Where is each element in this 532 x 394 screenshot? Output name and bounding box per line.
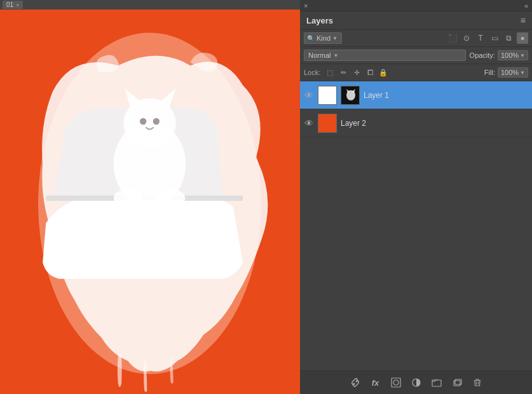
panels-area: × « Layers ≡ 🔍 Kind ▼ ⬛ ⊙ T ▭ ⧉ ●: [300, 0, 532, 394]
opacity-control: Opacity: 100% ▼: [470, 50, 528, 60]
canvas-tab-bar: 01 ×: [0, 0, 300, 10]
layer-item[interactable]: 👁 Layer 1: [300, 81, 532, 109]
fill-control: Fill: 100% ▼: [484, 67, 528, 78]
type-filter-icon[interactable]: T: [475, 32, 486, 44]
lock-position-icon[interactable]: ✛: [351, 67, 362, 78]
panel-top-bar: × «: [300, 0, 532, 11]
canvas-tab-close[interactable]: ×: [16, 2, 19, 8]
adjustment-filter-icon[interactable]: ⊙: [461, 32, 472, 44]
panel-close-icon[interactable]: ×: [304, 2, 308, 10]
svg-point-8: [114, 189, 142, 207]
layer-2-name: Layer 2: [341, 119, 528, 128]
new-layer-icon[interactable]: [449, 375, 465, 390]
layer-1-thumb-content: [318, 86, 336, 104]
canvas-tab-label: 01: [6, 1, 13, 8]
panel-collapse-icon[interactable]: «: [524, 2, 528, 10]
fx-label: fx: [372, 378, 379, 388]
add-mask-icon[interactable]: [388, 375, 404, 390]
layers-filter-bar: 🔍 Kind ▼ ⬛ ⊙ T ▭ ⧉ ●: [300, 30, 532, 47]
opacity-value[interactable]: 100% ▼: [498, 50, 528, 60]
search-icon: 🔍: [307, 35, 315, 42]
layers-menu-icon[interactable]: ≡: [521, 15, 526, 25]
layer-1-name: Layer 1: [364, 91, 528, 100]
smart-filter-icon[interactable]: ⧉: [503, 32, 514, 44]
layer-2-thumbnail: [318, 114, 337, 133]
layers-bottom-bar: fx: [300, 370, 532, 394]
svg-rect-14: [392, 378, 400, 387]
layer-1-visibility-icon[interactable]: 👁: [304, 90, 314, 100]
layers-header: Layers ≡: [300, 11, 532, 30]
fill-label: Fill:: [484, 69, 495, 76]
svg-point-6: [140, 118, 146, 125]
canvas-area: 01 ×: [0, 0, 300, 394]
layer-2-visibility-icon[interactable]: 👁: [304, 118, 314, 128]
effect-filter-icon[interactable]: ●: [517, 32, 528, 44]
layers-list: 👁 Layer 1: [300, 81, 532, 370]
layer-item[interactable]: 👁 Layer 2: [300, 109, 532, 137]
delete-layer-icon[interactable]: [470, 375, 485, 390]
layers-panel-title: Layers: [306, 16, 333, 25]
panel-top-icons: «: [524, 2, 528, 10]
lock-artboard-icon[interactable]: ⧠: [364, 67, 376, 78]
filter-kind-label: Kind: [317, 34, 331, 42]
layer-1-mask-content: [341, 86, 359, 104]
pixel-filter-icon[interactable]: ⬛: [447, 32, 458, 44]
opacity-number: 100%: [501, 51, 519, 59]
artwork-container: [0, 10, 300, 394]
blend-mode-dropdown[interactable]: Normal ▼: [304, 50, 466, 61]
new-adjustment-icon[interactable]: [409, 375, 424, 390]
lock-all-icon[interactable]: 🔒: [378, 67, 389, 78]
lock-label: Lock:: [304, 69, 320, 76]
layer-1-mask-thumbnail: [341, 86, 360, 105]
link-layers-icon[interactable]: [348, 375, 363, 390]
filter-icons: ⬛ ⊙ T ▭ ⧉ ●: [447, 32, 528, 44]
svg-point-15: [393, 380, 399, 385]
lock-fill-bar: Lock: ⬚ ✏ ✛ ⧠ 🔒 Fill: 100% ▼: [300, 64, 532, 81]
filter-dropdown[interactable]: 🔍 Kind ▼: [304, 32, 342, 44]
new-group-icon[interactable]: [429, 375, 444, 390]
canvas-tab[interactable]: 01 ×: [3, 1, 23, 9]
add-style-icon[interactable]: fx: [368, 375, 383, 390]
lock-image-icon[interactable]: ✏: [338, 67, 349, 78]
artwork-svg: [0, 10, 300, 394]
lock-pixels-icon[interactable]: ⬚: [324, 67, 336, 78]
opacity-label: Opacity:: [470, 51, 495, 59]
opacity-chevron-icon: ▼: [520, 53, 525, 58]
fill-number: 100%: [501, 69, 519, 76]
layer-1-thumbnail: [318, 86, 337, 105]
lock-icons: ⬚ ✏ ✛ ⧠ 🔒: [324, 67, 389, 78]
filter-chevron-icon: ▼: [332, 36, 338, 41]
svg-point-7: [153, 118, 160, 125]
blend-chevron-icon: ▼: [333, 53, 338, 58]
shape-filter-icon[interactable]: ▭: [489, 32, 500, 44]
fill-chevron-icon: ▼: [520, 70, 525, 76]
blend-mode-label: Normal: [308, 51, 331, 59]
blend-opacity-bar: Normal ▼ Opacity: 100% ▼: [300, 47, 532, 64]
layers-panel: Layers ≡ 🔍 Kind ▼ ⬛ ⊙ T ▭ ⧉ ● Normal ▼: [300, 11, 532, 394]
svg-point-9: [156, 189, 185, 207]
fill-value[interactable]: 100% ▼: [498, 67, 528, 78]
layer-2-thumb-content: [318, 114, 336, 132]
